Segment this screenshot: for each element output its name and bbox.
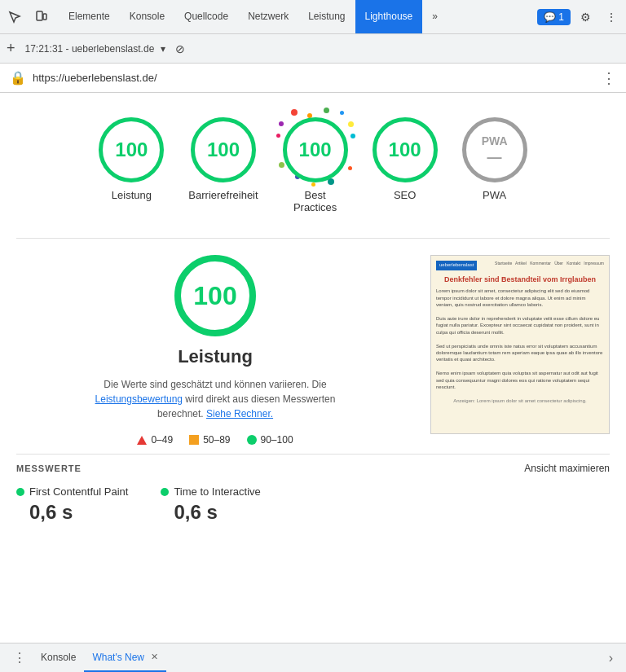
score-circle-best-practices: 100 [283, 117, 348, 182]
score-label-best-practices: BestPractices [293, 189, 337, 213]
detail-score-value: 100 [193, 281, 236, 311]
session-info: 17:21:31 - ueberlebenslast.de [25, 43, 155, 55]
lock-icon: 🔒 [10, 70, 26, 86]
detail-desc-text1: Die Werte sind geschätzt und können vari… [104, 379, 326, 390]
bottom-tab-whats-new[interactable]: What's New ✕ [84, 643, 166, 672]
score-value-barrierefreiheit: 100 [207, 138, 240, 161]
metric-tti-dot [161, 488, 169, 496]
bottom-tab-konsole[interactable]: Konsole [33, 643, 84, 672]
score-value-best-practices: 100 [299, 138, 332, 161]
address-bar: + 17:21:31 - ueberlebenslast.de ▾ ⊘ [0, 34, 626, 64]
inspect-icon[interactable] [3, 6, 26, 29]
svg-rect-1 [43, 14, 46, 20]
thumb-header: ueberlebenslast Startseite Artikel Komme… [436, 261, 604, 270]
tab-lighthouse[interactable]: Lighthouse [355, 0, 423, 33]
score-value-seo: 100 [389, 138, 421, 161]
score-value-leistung: 100 [115, 138, 148, 161]
reload-icon[interactable]: ⊘ [175, 42, 185, 55]
tab-netzwerk[interactable]: Netzwerk [238, 0, 298, 33]
thumb-title: Denkfehler sind Bestandteil vom Irrglaub… [436, 275, 604, 285]
metrics-row: First Contentful Paint 0,6 s Time to Int… [16, 485, 610, 524]
url-text[interactable]: https://ueberlebenslast.de/ [33, 72, 595, 84]
url-bar: 🔒 https://ueberlebenslast.de/ ⋮ [0, 64, 626, 93]
tabbar-right-icon[interactable]: › [602, 651, 619, 665]
bottom-more-icon[interactable]: ⋮ [7, 650, 33, 665]
legend-range-orange: 50–89 [203, 434, 230, 446]
messwerte-title: MESSWERTE [16, 463, 82, 473]
rechner-link[interactable]: Siehe Rechner. [206, 408, 273, 419]
score-leistung: 100 Leistung [99, 117, 164, 201]
legend-square-icon [189, 435, 199, 445]
session-dropdown[interactable]: ▾ [161, 43, 165, 55]
legend-red: 0–49 [137, 434, 173, 446]
detail-section: 100 Leistung Die Werte sind geschätzt un… [16, 255, 610, 446]
bottom-tab-whats-new-close[interactable]: ✕ [151, 652, 158, 662]
tab-more[interactable]: » [422, 0, 447, 33]
score-seo: 100 SEO [373, 117, 438, 201]
section-divider [16, 238, 610, 239]
messwerte-header: MESSWERTE Ansicht maximieren [16, 454, 610, 474]
legend-orange: 50–89 [189, 434, 230, 446]
score-label-barrierefreiheit: Barrierefreiheit [188, 189, 258, 201]
score-label-seo: SEO [394, 189, 416, 201]
legend-triangle-icon [137, 436, 147, 445]
legend-range-green: 90–100 [261, 434, 293, 446]
devtools-toolbar: Elemente Konsole Quellcode Netzwerk Leis… [0, 0, 626, 34]
website-thumbnail: ueberlebenslast Startseite Artikel Komme… [430, 255, 610, 434]
score-label-pwa: PWA [483, 189, 506, 201]
bottom-tab-whats-new-label: What's New [92, 652, 144, 663]
metric-tti: Time to Interactive 0,6 s [161, 485, 260, 524]
score-best-practices: 100 BestPractices [283, 117, 348, 213]
detail-title: Leistung [178, 346, 253, 367]
devtools-nav: Elemente Konsole Quellcode Netzwerk Leis… [59, 0, 534, 33]
score-circle-pwa: PWA — [462, 117, 527, 182]
legend-range-red: 0–49 [151, 434, 173, 446]
metric-fcp-dot [16, 488, 24, 496]
metric-tti-value: 0,6 s [174, 501, 260, 524]
badge-icon: 💬 [544, 11, 556, 23]
metric-tti-label-row: Time to Interactive [161, 485, 260, 498]
metric-fcp-label: First Contentful Paint [29, 485, 128, 498]
badge-count: 1 [558, 11, 564, 23]
score-circle-seo: 100 [373, 117, 438, 182]
metric-fcp: First Contentful Paint 0,6 s [16, 485, 128, 524]
svg-rect-0 [37, 11, 42, 20]
metric-fcp-label-row: First Contentful Paint [16, 485, 128, 498]
toolbar-right: 💬 1 ⚙ ⋮ [537, 6, 623, 29]
score-circle-leistung: 100 [99, 117, 164, 182]
main-content: 100 Leistung 100 Barrierefreiheit [0, 93, 626, 643]
detail-description: Die Werte sind geschätzt und können vari… [93, 377, 337, 421]
bottom-tabbar: ⋮ Konsole What's New ✕ › [0, 643, 626, 672]
score-legend: 0–49 50–89 90–100 [137, 434, 293, 446]
thumb-body: Lorem ipsum dolor sit amet, consectetur … [436, 288, 604, 404]
tab-elemente[interactable]: Elemente [59, 0, 120, 33]
leistungsbewertung-link[interactable]: Leistungsbewertung [95, 393, 183, 405]
metric-tti-label: Time to Interactive [174, 485, 260, 498]
url-more-icon[interactable]: ⋮ [602, 69, 616, 87]
thumb-col-headers: Startseite Artikel Kommentar Über Kontak… [495, 261, 604, 270]
thumb-banner: ueberlebenslast [436, 261, 477, 270]
score-barrierefreiheit: 100 Barrierefreiheit [188, 117, 258, 201]
toolbar-left-icons [3, 6, 52, 29]
new-tab-button[interactable]: + [7, 40, 15, 57]
detail-left: 100 Leistung Die Werte sind geschätzt un… [16, 255, 414, 446]
tab-leistung[interactable]: Leistung [298, 0, 355, 33]
settings-icon[interactable]: ⚙ [574, 6, 597, 29]
legend-green: 90–100 [247, 434, 293, 446]
more-options-icon[interactable]: ⋮ [600, 6, 623, 29]
tab-quellcode[interactable]: Quellcode [174, 0, 238, 33]
tab-konsole[interactable]: Konsole [120, 0, 174, 33]
scores-row: 100 Leistung 100 Barrierefreiheit [16, 109, 610, 222]
metric-fcp-value: 0,6 s [29, 501, 128, 524]
badge-button[interactable]: 💬 1 [537, 9, 571, 25]
score-pwa: PWA — PWA [462, 117, 527, 201]
legend-circle-icon [247, 435, 257, 445]
score-circle-barrierefreiheit: 100 [191, 117, 256, 182]
ansicht-maximieren-button[interactable]: Ansicht maximieren [524, 463, 610, 474]
device-icon[interactable] [29, 6, 52, 29]
score-label-leistung: Leistung [112, 189, 152, 201]
score-value-pwa: PWA — [482, 134, 508, 166]
detail-score-circle: 100 [174, 255, 256, 336]
bottom-tab-konsole-label: Konsole [41, 652, 76, 663]
